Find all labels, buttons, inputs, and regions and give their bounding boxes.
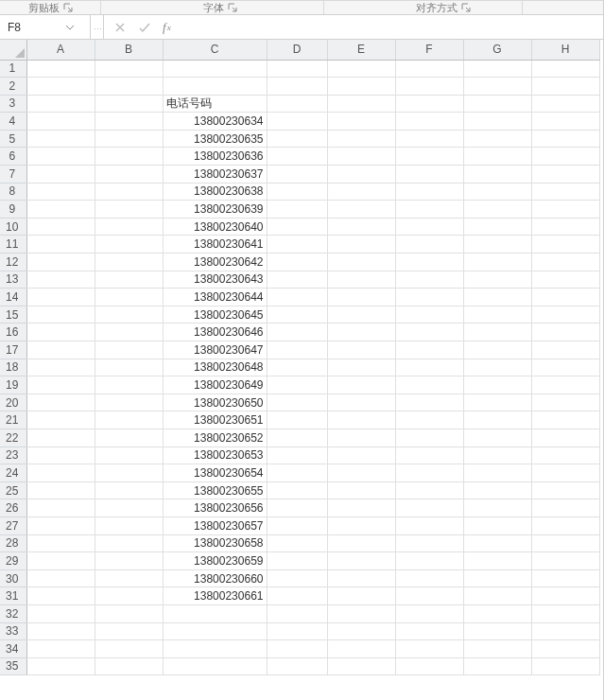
cell-F6[interactable] [395,148,463,166]
cell-G1[interactable] [463,60,531,78]
cell-D24[interactable] [267,464,327,482]
cell-C23[interactable]: 13800230653 [163,446,267,464]
cell-A14[interactable] [26,289,95,306]
cell-A22[interactable] [26,429,95,446]
cell-A9[interactable] [26,201,95,219]
row-header-24[interactable]: 24 [0,464,26,482]
cell-E19[interactable] [327,376,395,394]
cell-F27[interactable] [395,516,463,534]
cell-D1[interactable] [267,60,327,78]
cell-D20[interactable] [267,394,327,411]
cell-H15[interactable] [531,306,599,324]
cell-F13[interactable] [395,271,463,289]
cell-C8[interactable]: 13800230638 [163,183,267,201]
cell-G13[interactable] [463,271,531,289]
cell-D5[interactable] [267,130,327,148]
cell-C30[interactable]: 13800230660 [163,569,267,587]
cell-C18[interactable]: 13800230648 [163,359,267,376]
row-header-3[interactable]: 3 [0,95,26,113]
cell-E13[interactable] [327,271,395,289]
cell-A12[interactable] [26,254,95,271]
cell-H9[interactable] [531,201,599,219]
cell-D4[interactable] [267,113,327,131]
cell-B32[interactable] [95,604,163,622]
cell-G31[interactable] [463,587,531,605]
cell-B2[interactable] [95,78,163,96]
cell-A1[interactable] [26,60,95,78]
cell-E1[interactable] [327,60,395,78]
cell-E25[interactable] [327,481,395,499]
row-header-18[interactable]: 18 [0,359,26,376]
cell-D22[interactable] [267,429,327,446]
row-header-8[interactable]: 8 [0,183,26,201]
cell-G20[interactable] [463,394,531,411]
cell-E27[interactable] [327,516,395,534]
cell-C2[interactable] [163,78,267,96]
cell-C20[interactable]: 13800230650 [163,394,267,411]
cell-D23[interactable] [267,446,327,464]
cell-F29[interactable] [395,552,463,570]
cell-D35[interactable] [267,657,327,675]
cell-H18[interactable] [531,359,599,376]
cell-E11[interactable] [327,236,395,254]
cell-H2[interactable] [531,78,599,96]
cell-C16[interactable]: 13800230646 [163,324,267,341]
cell-B15[interactable] [95,306,163,324]
cell-B27[interactable] [95,516,163,534]
cell-B26[interactable] [95,499,163,517]
cell-E31[interactable] [327,587,395,605]
cell-C28[interactable]: 13800230658 [163,534,267,552]
cell-F4[interactable] [395,113,463,131]
cell-C22[interactable]: 13800230652 [163,429,267,446]
cell-F31[interactable] [395,587,463,605]
cell-B31[interactable] [95,587,163,605]
cell-B19[interactable] [95,376,163,394]
cell-F30[interactable] [395,569,463,587]
cell-G16[interactable] [463,324,531,341]
worksheet-grid[interactable]: ABCDEFGH 123电话号码413800230634513800230635… [0,40,603,700]
cell-G15[interactable] [463,306,531,324]
cell-A29[interactable] [26,552,95,570]
cell-A18[interactable] [26,359,95,376]
cell-C7[interactable]: 13800230637 [163,166,267,184]
cell-E15[interactable] [327,306,395,324]
name-box[interactable] [0,15,91,39]
row-header-21[interactable]: 21 [0,411,26,429]
cell-F24[interactable] [395,464,463,482]
cell-G12[interactable] [463,254,531,271]
cell-B12[interactable] [95,254,163,271]
cell-D2[interactable] [267,78,327,96]
cell-A13[interactable] [26,271,95,289]
row-header-22[interactable]: 22 [0,429,26,446]
cell-H17[interactable] [531,341,599,359]
cell-H22[interactable] [531,429,599,446]
column-header-D[interactable]: D [267,40,327,60]
cell-F33[interactable] [395,622,463,640]
cell-C19[interactable]: 13800230649 [163,376,267,394]
cell-F19[interactable] [395,376,463,394]
cell-C9[interactable]: 13800230639 [163,201,267,219]
cell-G6[interactable] [463,148,531,166]
cell-B6[interactable] [95,148,163,166]
cell-A11[interactable] [26,236,95,254]
cell-F5[interactable] [395,130,463,148]
cell-B11[interactable] [95,236,163,254]
cell-E9[interactable] [327,201,395,219]
cell-F18[interactable] [395,359,463,376]
cell-D14[interactable] [267,289,327,306]
row-header-33[interactable]: 33 [0,622,26,640]
cell-H14[interactable] [531,289,599,306]
cell-G34[interactable] [463,640,531,658]
cell-B22[interactable] [95,429,163,446]
cell-H29[interactable] [531,552,599,570]
row-header-2[interactable]: 2 [0,78,26,96]
cell-B10[interactable] [95,218,163,236]
cell-A17[interactable] [26,341,95,359]
cell-H7[interactable] [531,166,599,184]
cell-A34[interactable] [26,640,95,658]
cell-F23[interactable] [395,446,463,464]
cell-D15[interactable] [267,306,327,324]
cell-B29[interactable] [95,552,163,570]
cell-D10[interactable] [267,218,327,236]
cell-D21[interactable] [267,411,327,429]
